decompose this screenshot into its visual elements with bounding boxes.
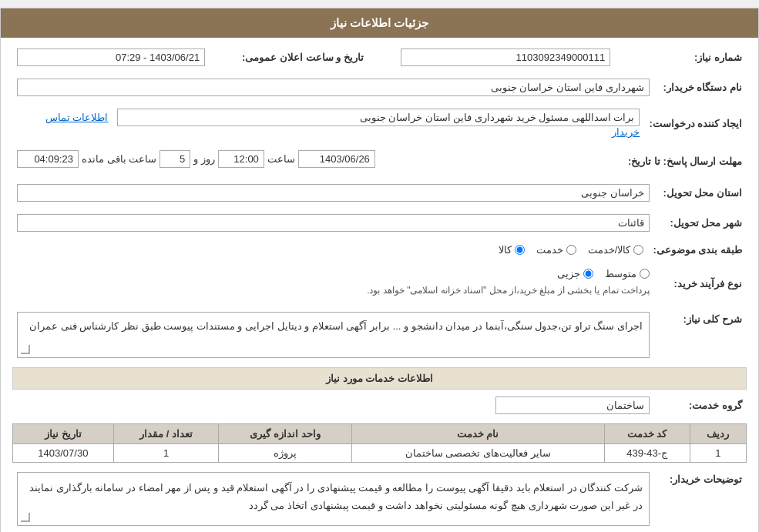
col-header-code: کد خدمت (604, 424, 690, 444)
table-row: 1ج-43-439سایر فعالیت‌های تخصصی ساختمانپر… (13, 444, 747, 463)
deadline-day-label: روز و (193, 153, 215, 165)
category-radio-kala-khedmat[interactable] (633, 245, 643, 255)
deadline-days: 5 (160, 150, 190, 168)
purchase-note: پرداخت تمام یا بخشی از مبلغ خرید،از محل … (367, 285, 650, 296)
col-header-unit: واحد اندازه گیری (219, 424, 351, 444)
category-option-khedmat[interactable]: خدمت (536, 244, 576, 256)
purchase-label-minor: جزیی (557, 268, 580, 279)
buyer-notes-label: توضیحات خریدار: (654, 469, 747, 529)
col-header-date: تاریخ نیاز (13, 424, 114, 444)
deadline-date: 1403/06/26 (298, 150, 375, 168)
category-option-kala-khedmat[interactable]: کالا/خدمت (588, 244, 644, 256)
purchase-option-minor[interactable]: جزیی (557, 268, 593, 279)
cell-name: سایر فعالیت‌های تخصصی ساختمان (351, 444, 604, 463)
services-table: ردیف کد خدمت نام خدمت واحد اندازه گیری ت… (12, 423, 747, 463)
purchase-option-medium[interactable]: متوسط (605, 268, 650, 279)
cell-quantity: 1 (113, 444, 219, 463)
province-label: استان محل تحویل: (654, 181, 747, 205)
buyer-org-label: نام دستگاه خریدار: (654, 75, 747, 99)
remaining-label: ساعت باقی مانده (82, 153, 156, 165)
deadline-time-label: ساعت (267, 153, 295, 165)
description-text: اجرای سنگ تراو تن،جدول سنگی،آبنما در مید… (17, 312, 650, 358)
need-number-label: شماره نیاز: (615, 45, 747, 69)
purchase-type-label: نوع فرآیند خرید: (654, 265, 747, 303)
description-label: شرح کلی نیاز: (654, 309, 747, 361)
category-radio-kala[interactable] (515, 245, 525, 255)
purchase-radio-medium[interactable] (640, 269, 650, 279)
deadline-time: 12:00 (218, 150, 264, 168)
remaining-time: 04:09:23 (17, 150, 79, 168)
page-title: جزئیات اطلاعات نیاز (1, 8, 758, 38)
creator-label: ایجاد کننده درخواست: (644, 105, 747, 141)
cell-unit: پروژه (219, 444, 351, 463)
category-label-kala-khedmat: کالا/خدمت (588, 244, 631, 256)
service-group-value: ساختمان (495, 396, 650, 414)
purchase-radio-minor[interactable] (583, 269, 593, 279)
city-value: قائنات (17, 214, 650, 232)
purchase-label-medium: متوسط (605, 268, 636, 279)
category-option-kala[interactable]: کالا (499, 244, 525, 256)
category-label-khedmat: خدمت (536, 244, 563, 256)
col-header-name: نام خدمت (351, 424, 604, 444)
need-number-value: 1103092349000111 (401, 49, 611, 66)
category-radio-khedmat[interactable] (566, 245, 576, 255)
category-radio-group: کالا/خدمت خدمت کالا (17, 244, 643, 256)
cell-code: ج-43-439 (604, 444, 690, 463)
cell-date: 1403/07/30 (13, 444, 114, 463)
deadline-label: مهلت ارسال پاسخ: تا تاریخ: (623, 147, 747, 175)
service-group-label: گروه خدمت: (654, 393, 747, 417)
cell-row: 1 (690, 444, 746, 463)
announce-datetime-label: تاریخ و ساعت اعلان عمومی: (210, 45, 396, 69)
purchase-radio-group: متوسط جزیی (557, 268, 650, 279)
services-section-header: اطلاعات خدمات مورد نیاز (12, 367, 747, 390)
creator-value: برات اسداللهی مسئول خرید شهرداری فاین اس… (117, 109, 640, 126)
category-label: طبقه بندی موضوعی: (648, 241, 747, 259)
announce-datetime-value: 1403/06/21 - 07:29 (17, 49, 205, 66)
col-header-row: ردیف (690, 424, 746, 444)
category-label-kala: کالا (499, 244, 512, 256)
col-header-quantity: تعداد / مقدار (113, 424, 219, 444)
province-value: خراسان جنوبی (17, 184, 650, 202)
buyer-org-value: شهرداری فاین استان خراسان جنوبی (17, 79, 650, 96)
city-label: شهر محل تحویل: (654, 211, 747, 235)
buyer-notes-text: شرکت کنندگان در استعلام باید دقیقا آگهی … (17, 472, 650, 526)
